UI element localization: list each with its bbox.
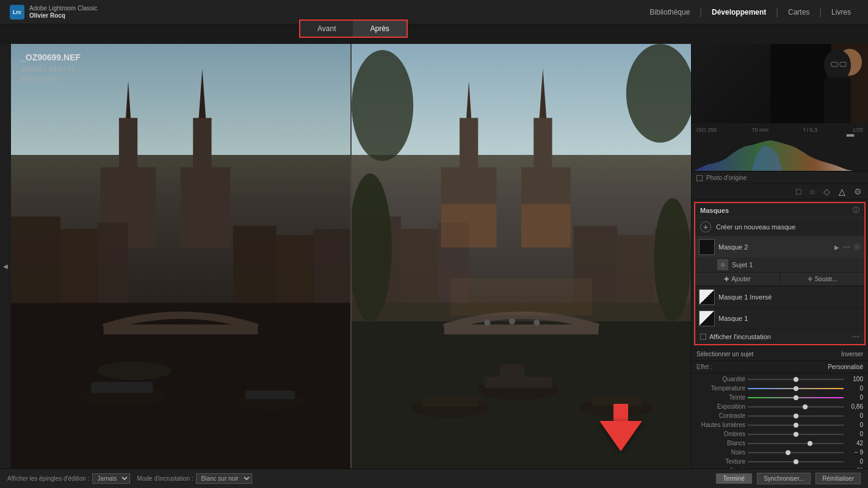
svg-rect-5 [101, 167, 156, 247]
svg-rect-28 [521, 167, 571, 247]
svg-rect-26 [533, 118, 552, 167]
right-panel: ISO 250 70 mm f / 6,3 1/25 [691, 44, 868, 488]
slider-thumb[interactable] [794, 377, 798, 382]
mask1-inverse-row[interactable]: Masque 1 Inversé [695, 286, 864, 307]
synchroniser-button[interactable]: Synchroniser... [757, 473, 811, 484]
svg-point-17 [236, 393, 304, 410]
soustraire-button[interactable]: ✛ Soustr... [779, 273, 864, 285]
slider-track[interactable] [748, 415, 844, 417]
svg-rect-3 [119, 118, 137, 167]
slider-track[interactable] [748, 406, 844, 407]
slider-track[interactable] [748, 388, 844, 389]
bottom-left: Afficher les épingles d'édition : Jamais… [7, 473, 252, 484]
photo-source-checkbox[interactable] [696, 175, 703, 181]
slider-thumb[interactable] [794, 423, 798, 428]
app-title: Adobe Lightroom Classic Olivier Rocq [29, 5, 97, 20]
slider-thumb[interactable] [794, 395, 798, 400]
nav-cartes[interactable]: Cartes [781, 5, 817, 19]
avant-tab[interactable]: Avant [300, 21, 353, 37]
epingles-select[interactable]: Jamais [92, 473, 130, 484]
slider-row-teinte: Teinte0 [692, 393, 868, 402]
slider-value: 0 [846, 422, 863, 428]
svg-rect-29 [352, 217, 401, 315]
heal-tool-icon[interactable]: ○ [810, 187, 815, 196]
nav-developpement[interactable]: Développement [704, 5, 773, 19]
slider-value: 0 [846, 394, 863, 401]
sujet1-label: Sujet 1 [732, 261, 861, 268]
svg-point-15 [79, 384, 165, 406]
mask2-thumbnail [699, 239, 715, 255]
shutter-value: 1/25 [852, 127, 863, 133]
apres-tab[interactable]: Après [353, 21, 406, 37]
before-image-panel [11, 44, 350, 488]
slider-track[interactable] [748, 443, 844, 444]
svg-point-48 [509, 318, 515, 325]
select-subject-row: Sélectionner un sujet Inverser [692, 348, 868, 361]
svg-point-50 [352, 173, 392, 321]
overlay-row: Afficher l'incrustation ⋯ [695, 329, 864, 344]
slider-label: Blancs [696, 440, 745, 447]
settings-tool-icon[interactable]: ⚙ [854, 187, 862, 196]
cursor-position: ▶ [834, 244, 839, 251]
sujet1-row[interactable]: ☺ Sujet 1 [695, 257, 864, 272]
reinitialiser-button[interactable]: Réinitialiser [816, 473, 861, 484]
slider-track[interactable] [748, 425, 844, 426]
histogram-chart [694, 134, 866, 171]
mask1-row[interactable]: Masque 1 [695, 307, 864, 329]
overlay-checkbox[interactable] [700, 334, 706, 340]
mask2-row[interactable]: Masque 2 ▶ ⋯ ☉ [695, 237, 864, 257]
slider-row-hautes_lumières: Hautes lumières0 [692, 420, 868, 429]
svg-rect-8 [60, 229, 98, 315]
terminer-button[interactable]: Terminé [716, 473, 753, 484]
ajouter-button[interactable]: ✚ Ajouter [695, 273, 779, 285]
left-sidebar-toggle[interactable]: ◀ [0, 44, 11, 488]
slider-row-exposition: Exposition0,86 [692, 402, 868, 411]
slider-thumb[interactable] [794, 386, 798, 391]
nav-livres[interactable]: Livres [824, 5, 858, 19]
mask2-more-icon[interactable]: ⋯ [843, 243, 850, 251]
add-subtract-row: ✚ Ajouter ✛ Soustr... [695, 272, 864, 286]
create-new-mask-row[interactable]: + Créer un nouveau masque [695, 218, 864, 237]
overlay-more-icon[interactable]: ⋯ [852, 332, 859, 341]
photo-info: _OZ90699.NEF 20/04/22 19:03:32 5504 x 82… [21, 51, 81, 84]
svg-point-44 [580, 398, 654, 417]
slider-row-contraste: Contraste0 [692, 411, 868, 420]
crop-tool-icon[interactable]: □ [796, 187, 801, 196]
slider-thumb[interactable] [794, 459, 798, 464]
svg-marker-1 [123, 81, 133, 155]
svg-rect-11 [277, 235, 314, 315]
mask2-eye-icon[interactable]: ☉ [854, 243, 861, 251]
svg-rect-37 [352, 303, 691, 488]
masks-info-icon[interactable]: ⓘ [853, 206, 859, 215]
svg-point-21 [352, 50, 413, 161]
svg-rect-57 [824, 77, 851, 123]
slider-value: − 9 [846, 449, 863, 456]
slider-thumb[interactable] [794, 432, 798, 437]
slider-track[interactable] [748, 434, 844, 435]
red-eye-tool-icon[interactable]: ◇ [823, 187, 830, 196]
slider-track[interactable] [748, 452, 844, 453]
photo-filename: _OZ90699.NEF [21, 51, 81, 64]
slider-thumb[interactable] [786, 450, 790, 455]
svg-rect-32 [574, 226, 617, 315]
svg-rect-18 [245, 390, 295, 399]
slider-label: Quantité [696, 376, 745, 382]
incrustation-label: Mode d'incrustation : [137, 475, 193, 482]
slider-thumb[interactable] [808, 441, 812, 446]
slider-row-température: Température0 [692, 384, 868, 393]
svg-point-42 [410, 398, 490, 417]
slider-track[interactable] [748, 461, 844, 462]
slider-label: Hautes lumières [696, 422, 745, 428]
select-subject-button[interactable]: Sélectionner un sujet [696, 351, 753, 357]
slider-track[interactable] [748, 397, 844, 398]
slider-value: 42 [846, 440, 863, 447]
incrustation-item: Mode d'incrustation : Blanc sur noir [137, 473, 252, 484]
slider-thumb[interactable] [803, 404, 808, 409]
mask-tool-icon[interactable]: △ [839, 187, 845, 196]
slider-thumb[interactable] [794, 414, 798, 418]
nav-bibliotheque[interactable]: Bibliothèque [642, 5, 697, 19]
slider-track[interactable] [748, 379, 844, 380]
slider-label: Noirs [696, 449, 745, 456]
inverser-button[interactable]: Inverser [841, 351, 863, 357]
incrustation-select[interactable]: Blanc sur noir [196, 473, 252, 484]
